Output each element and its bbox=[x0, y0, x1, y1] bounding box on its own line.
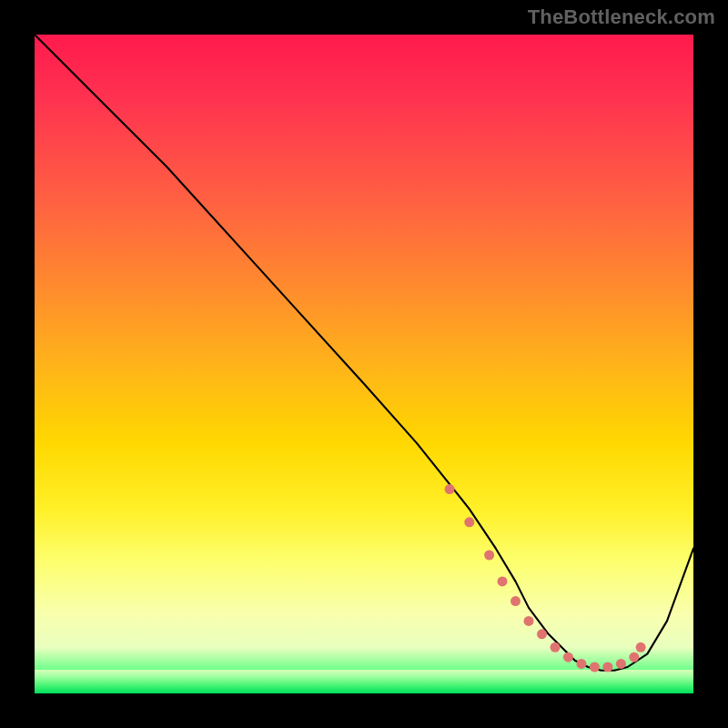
valley-dot bbox=[551, 642, 561, 652]
valley-dot bbox=[511, 596, 521, 606]
valley-dot bbox=[590, 662, 600, 672]
valley-dot bbox=[629, 652, 639, 662]
chart-frame: TheBottleneck.com bbox=[0, 0, 728, 728]
watermark-text: TheBottleneck.com bbox=[528, 5, 715, 29]
valley-dot bbox=[537, 629, 547, 639]
valley-dot bbox=[602, 662, 612, 672]
valley-dot bbox=[498, 576, 508, 586]
valley-dot bbox=[484, 551, 494, 561]
valley-dot bbox=[616, 659, 626, 669]
valley-dot bbox=[445, 484, 455, 494]
valley-dot bbox=[524, 616, 534, 626]
bottleneck-curve bbox=[35, 35, 693, 693]
valley-dot bbox=[576, 659, 586, 669]
plot-area bbox=[35, 35, 693, 693]
valley-dot bbox=[464, 517, 474, 527]
valley-dot bbox=[563, 652, 573, 662]
valley-dot bbox=[636, 642, 646, 652]
